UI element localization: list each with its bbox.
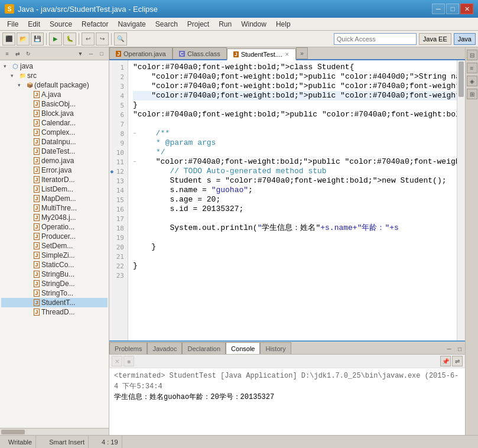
menu-item-refactor[interactable]: Refactor [77,19,113,30]
sidebar-scrollbar[interactable] [0,428,109,435]
fold-button[interactable]: − [133,157,136,167]
menu-item-run[interactable]: Run [214,19,236,30]
menu-item-help[interactable]: Help [271,19,295,30]
tree-item[interactable]: ▾📁src [1,71,108,80]
minimize-button[interactable]: ─ [432,4,445,14]
code-line[interactable]: System.out.println("学生信息：姓名"+s.name+"年龄：… [133,223,457,233]
tree-item[interactable]: JStaticCo... [1,260,108,270]
rs-restore-btn[interactable]: ⊟ [467,50,477,60]
code-line[interactable] [133,271,457,280]
code-line[interactable]: "color:#7040a0;font-weight:bold;">public… [133,91,457,100]
bottom-minimize-btn[interactable]: ─ [444,343,454,354]
tree-item[interactable]: JStringDe... [1,279,108,288]
tree-item[interactable]: JOperatio... [1,222,108,232]
fold-button[interactable]: − [133,129,136,138]
editor-tab-2[interactable]: JStudentTest....✕ [227,48,296,60]
menu-item-edit[interactable]: Edit [23,19,45,30]
tree-item[interactable]: ▾⬡java [1,61,108,71]
menu-item-navigate[interactable]: Navigate [113,19,150,30]
code-line[interactable]: Student s = "color:#7040a0;font-weight:b… [133,176,457,186]
editor-scrollbar[interactable] [457,60,465,340]
tree-item[interactable]: JDateTest... [1,147,108,156]
tree-item[interactable]: JBasicObj... [1,99,108,109]
tree-item[interactable]: Jdemo.java [1,156,108,165]
perspective-javaee-btn[interactable]: Java EE [419,33,451,45]
code-line[interactable]: s.age = 20; [133,195,457,204]
code-line[interactable]: } [133,100,457,110]
tree-item[interactable]: JMultiThre... [1,203,108,213]
menu-item-window[interactable]: Window [236,19,271,30]
sidebar-sync-btn[interactable]: ↻ [24,49,33,59]
menu-item-source[interactable]: Source [45,19,77,30]
rs-btn2[interactable]: ≡ [467,63,477,73]
toolbar-open-btn[interactable]: 📂 [17,33,30,46]
editor-scroll-thumb[interactable] [459,61,464,97]
toolbar-btn4[interactable]: ↪ [96,33,109,46]
code-line[interactable] [133,214,457,223]
code-line[interactable]: − /** [133,129,457,138]
toolbar-save-btn[interactable]: 💾 [31,33,44,46]
menu-item-file[interactable]: File [2,19,23,30]
code-line[interactable]: // TODO Auto-generated method stub [133,167,457,176]
tree-item[interactable]: JStringBu... [1,270,108,279]
sidebar-menu-btn[interactable]: ▼ [76,49,85,59]
bottom-tab-javadoc[interactable]: Javadoc [147,342,182,354]
tree-item[interactable]: JMapDem... [1,194,108,203]
tree-item[interactable]: JComplex... [1,128,108,137]
rs-btn3[interactable]: ◈ [467,76,477,86]
toolbar-search-btn[interactable]: 🔍 [114,33,127,46]
tree-item[interactable]: JStudentT... [1,298,108,307]
code-line[interactable]: "color:#7040a0;font-weight:bold;">public… [133,82,457,91]
tree-item[interactable]: JA.java [1,90,108,99]
bottom-maximize-btn[interactable]: □ [454,343,465,354]
code-editor[interactable]: 1234567891011121314151617181920212223 "c… [109,60,457,340]
tree-item[interactable]: ▾📦(default package) [1,80,108,90]
tree-item[interactable]: JSetDem... [1,241,108,251]
tree-item[interactable]: JMy2048.j... [1,213,108,222]
tree-item[interactable]: JThreadD... [1,307,108,317]
sidebar-collapse-all-btn[interactable]: ≡ [2,49,12,59]
code-line[interactable]: */ [133,148,457,157]
code-line[interactable]: s.name = "guohao"; [133,186,457,195]
code-line[interactable] [133,119,457,129]
tree-item[interactable]: JCalendar... [1,118,108,128]
editor-tab-1[interactable]: CClass.class [173,47,227,59]
perspective-java-btn[interactable]: Java [454,33,476,45]
code-line[interactable]: "color:#7040a0;font-weight:bold;">public… [133,72,457,82]
code-line[interactable] [133,252,457,261]
close-button[interactable]: ✕ [460,4,473,14]
sidebar-maximize-btn[interactable]: □ [97,49,106,59]
menu-item-project[interactable]: Project [183,19,214,30]
bottom-tab-console[interactable]: Console [226,342,260,354]
sidebar-minimize-btn[interactable]: ─ [86,49,96,59]
rs-btn4[interactable]: ⊞ [467,89,477,99]
tree-item[interactable]: JSimpleZi... [1,251,108,260]
code-line[interactable]: "color:#7040a0;font-weight:bold;">class … [133,63,457,72]
maximize-button[interactable]: □ [446,4,459,14]
bottom-tab-history[interactable]: History [260,342,291,354]
tree-item[interactable]: JDataInpu... [1,137,108,147]
tree-item[interactable]: JListDem... [1,184,108,194]
toolbar-debug-btn[interactable]: 🐛 [63,33,76,46]
code-content[interactable]: "color:#7040a0;font-weight:bold;">class … [128,60,457,340]
tree-item[interactable]: JIteratorD... [1,175,108,184]
editor-tab-0[interactable]: JOperation.java [109,47,173,59]
menu-item-search[interactable]: Search [151,19,183,30]
tree-item[interactable]: JProducer... [1,232,108,241]
toolbar-btn3[interactable]: ↩ [82,33,95,46]
console-scroll-lock-btn[interactable]: 📌 [440,356,451,366]
console-clear-btn[interactable]: ✕ [112,356,122,366]
quick-access-input[interactable] [334,33,417,45]
tab-close-btn[interactable]: ✕ [285,51,290,57]
code-line[interactable]: s.id = 20135327; [133,204,457,214]
code-line[interactable]: * @param args [133,138,457,148]
bottom-tab-problems[interactable]: Problems [109,342,147,354]
code-line[interactable]: − "color:#7040a0;font-weight:bold;">publ… [133,157,457,167]
sidebar-link-btn[interactable]: ⇄ [13,49,22,59]
toolbar-new-btn[interactable]: ⬛ [2,33,15,46]
tree-item[interactable]: JBlock.java [1,109,108,118]
code-line[interactable] [133,233,457,242]
console-stop-btn[interactable]: ■ [123,356,134,366]
tree-item[interactable]: JError.java [1,165,108,175]
toolbar-run-btn[interactable]: ▶ [49,33,62,46]
